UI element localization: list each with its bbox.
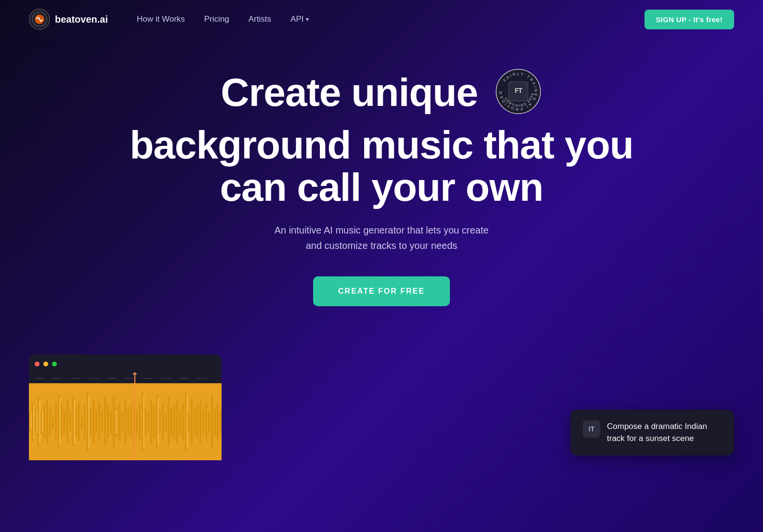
svg-rect-66 — [197, 405, 198, 439]
svg-rect-50 — [150, 400, 152, 443]
signup-button[interactable]: SIGN UP - It's free! — [645, 10, 735, 29]
daw-close-dot — [35, 362, 39, 366]
waveform-container — [29, 383, 222, 460]
svg-rect-33 — [101, 412, 103, 431]
svg-rect-65 — [194, 407, 196, 436]
svg-rect-76 — [33, 405, 35, 439]
svg-rect-35 — [107, 405, 109, 439]
hero-subtitle-line2: and customize tracks to your needs — [306, 240, 458, 251]
svg-rect-72 — [214, 407, 216, 436]
svg-rect-29 — [90, 407, 92, 436]
svg-rect-19 — [61, 405, 63, 439]
svg-rect-15 — [49, 407, 51, 436]
svg-rect-45 — [136, 410, 138, 434]
svg-rect-34 — [104, 398, 106, 446]
svg-rect-70 — [208, 412, 210, 431]
svg-rect-31 — [95, 410, 97, 434]
svg-rect-22 — [69, 412, 71, 431]
svg-rect-74 — [220, 410, 222, 434]
timeline-ruler — [35, 378, 216, 379]
svg-rect-64 — [191, 398, 193, 446]
svg-rect-67 — [199, 400, 201, 443]
svg-rect-27 — [84, 405, 86, 439]
navigation: beatoven.ai How it Works Pricing Artists… — [0, 0, 763, 39]
svg-rect-24 — [75, 407, 77, 436]
svg-rect-30 — [92, 400, 94, 443]
svg-text:FT: FT — [514, 87, 523, 94]
nav-pricing[interactable]: Pricing — [204, 14, 229, 24]
svg-rect-84 — [143, 395, 145, 448]
svg-rect-69 — [205, 402, 207, 441]
svg-rect-68 — [202, 410, 204, 434]
bottom-section: IT Compose a dramatic Indian track for a… — [0, 345, 763, 470]
svg-rect-81 — [74, 400, 75, 443]
svg-rect-56 — [168, 398, 170, 446]
svg-rect-17 — [55, 402, 57, 441]
logo-text: beatoven.ai — [55, 14, 108, 25]
nav-how-it-works[interactable]: How it Works — [137, 14, 185, 24]
svg-rect-37 — [113, 395, 115, 448]
chevron-down-icon: ▾ — [306, 16, 309, 23]
prompt-card: IT Compose a dramatic Indian track for a… — [570, 410, 734, 455]
svg-rect-73 — [217, 402, 219, 441]
svg-rect-55 — [165, 412, 167, 431]
svg-rect-82 — [88, 395, 90, 448]
svg-rect-59 — [176, 400, 178, 443]
svg-rect-48 — [145, 407, 146, 436]
prompt-text: Compose a dramatic Indian track for a su… — [607, 420, 722, 445]
svg-rect-40 — [121, 412, 123, 431]
svg-rect-36 — [110, 410, 112, 434]
svg-rect-14 — [46, 400, 48, 443]
daw-preview — [29, 354, 222, 470]
svg-rect-83 — [116, 410, 117, 434]
daw-maximize-dot — [52, 362, 57, 366]
hero-title-line1: Create unique — [221, 70, 478, 114]
svg-rect-20 — [64, 410, 66, 434]
svg-rect-21 — [66, 400, 68, 443]
nav-artists[interactable]: Artists — [249, 14, 271, 24]
svg-rect-46 — [139, 402, 141, 441]
svg-rect-60 — [179, 410, 181, 434]
hero-title: Create unique · FAIRLY TRAINED AI PROVID… — [130, 67, 633, 209]
svg-rect-71 — [211, 395, 213, 448]
svg-rect-26 — [81, 415, 83, 429]
svg-rect-58 — [173, 405, 175, 439]
create-for-free-button[interactable]: CREATE FOR FREE — [313, 276, 450, 306]
logo-link[interactable]: beatoven.ai — [29, 9, 108, 30]
svg-rect-85 — [158, 398, 159, 446]
nav-api-link[interactable]: API — [290, 14, 303, 24]
svg-rect-49 — [147, 412, 149, 431]
svg-rect-75 — [30, 415, 32, 429]
logo-icon — [29, 9, 50, 30]
svg-rect-13 — [43, 405, 45, 439]
daw-timeline — [29, 374, 222, 383]
waveform-svg — [29, 383, 222, 460]
svg-rect-25 — [78, 402, 80, 441]
svg-rect-51 — [153, 405, 155, 439]
daw-minimize-dot — [43, 362, 48, 366]
hero-title-line2: background music that you — [130, 123, 633, 167]
svg-rect-77 — [36, 410, 38, 434]
daw-header — [29, 354, 222, 374]
svg-rect-41 — [124, 400, 126, 443]
svg-rect-63 — [188, 412, 190, 431]
svg-rect-57 — [171, 407, 172, 436]
svg-rect-32 — [98, 402, 100, 441]
certified-badge: · FAIRLY TRAINED AI PROVIDER · FT CERTIF… — [494, 67, 542, 124]
svg-rect-78 — [39, 400, 40, 443]
svg-rect-16 — [52, 415, 54, 429]
svg-rect-39 — [118, 402, 120, 441]
hero-title-line3: can call your own — [220, 165, 543, 209]
nav-links: How it Works Pricing Artists API ▾ — [137, 14, 309, 24]
svg-rect-79 — [42, 412, 43, 431]
prompt-icon: IT — [583, 420, 600, 438]
svg-rect-86 — [186, 395, 188, 448]
hero-subtitle-line1: An intuitive AI music generator that let… — [275, 225, 489, 235]
svg-rect-54 — [162, 402, 164, 441]
nav-api[interactable]: API ▾ — [290, 14, 309, 24]
svg-rect-53 — [159, 410, 161, 434]
svg-rect-80 — [59, 398, 61, 446]
hero-subtitle: An intuitive AI music generator that let… — [275, 222, 489, 253]
svg-rect-42 — [127, 407, 129, 436]
hero-section: Create unique · FAIRLY TRAINED AI PROVID… — [0, 39, 763, 306]
